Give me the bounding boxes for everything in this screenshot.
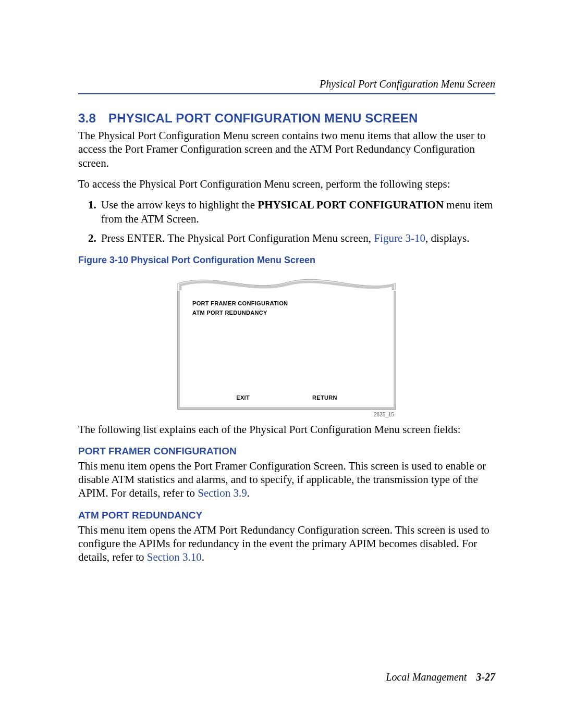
sub1-paragraph: This menu item opens the Port Framer Con…: [78, 459, 495, 500]
sub1-text-b: .: [247, 487, 250, 499]
page-footer: Local Management3-27: [386, 671, 495, 683]
terminal-exit-label: EXIT: [236, 394, 250, 401]
step-2-text-a: Press ENTER. The Physical Port Configura…: [101, 232, 374, 244]
section-3-9-link[interactable]: Section 3.9: [198, 487, 247, 499]
intro-paragraph-2: To access the Physical Port Configuratio…: [78, 177, 495, 191]
footer-page-number: 3-27: [476, 671, 495, 683]
terminal-screen: PORT FRAMER CONFIGURATION ATM PORT REDUN…: [177, 291, 396, 410]
section-3-10-link[interactable]: Section 3.10: [147, 551, 202, 563]
terminal-body: PORT FRAMER CONFIGURATION ATM PORT REDUN…: [178, 291, 396, 316]
figure-ref-link[interactable]: Figure 3-10: [374, 232, 425, 244]
sub2-text-a: This menu item opens the ATM Port Redund…: [78, 524, 489, 564]
terminal-top-curve: [177, 274, 396, 291]
footer-doc-title: Local Management: [386, 671, 467, 683]
step-2: Press ENTER. The Physical Port Configura…: [99, 231, 495, 245]
after-figure-paragraph: The following list explains each of the …: [78, 423, 495, 436]
sub2-text-b: .: [202, 551, 204, 563]
step-1-bold: PHYSICAL PORT CONFIGURATION: [258, 199, 444, 211]
terminal-return-label: RETURN: [312, 394, 337, 401]
sub2-paragraph: This menu item opens the ATM Port Redund…: [78, 523, 495, 564]
running-header: Physical Port Configuration Menu Screen: [78, 78, 495, 90]
step-2-text-b: , displays.: [425, 232, 470, 244]
figure-caption: Figure 3-10 Physical Port Configuration …: [78, 255, 495, 266]
menu-item-atm-redundancy: ATM PORT REDUNDANCY: [192, 310, 381, 316]
sub-heading-atm-redundancy: ATM PORT REDUNDANCY: [78, 510, 495, 521]
terminal-footer: EXIT RETURN: [178, 394, 396, 401]
section-number: 3.8: [78, 111, 96, 126]
sub1-text-a: This menu item opens the Port Framer Con…: [78, 460, 486, 500]
sub-heading-port-framer: PORT FRAMER CONFIGURATION: [78, 446, 495, 457]
section-heading: 3.8PHYSICAL PORT CONFIGURATION MENU SCRE…: [78, 111, 495, 126]
step-1: Use the arrow keys to highlight the PHYS…: [99, 198, 495, 226]
steps-list: Use the arrow keys to highlight the PHYS…: [78, 198, 495, 245]
intro-paragraph-1: The Physical Port Configuration Menu scr…: [78, 129, 495, 170]
page: Physical Port Configuration Menu Screen …: [0, 0, 563, 728]
step-1-text-a: Use the arrow keys to highlight the: [101, 199, 258, 211]
section-title: PHYSICAL PORT CONFIGURATION MENU SCREEN: [108, 111, 418, 125]
menu-item-port-framer: PORT FRAMER CONFIGURATION: [192, 300, 381, 306]
header-rule: [78, 93, 495, 94]
figure-wrap: PORT FRAMER CONFIGURATION ATM PORT REDUN…: [177, 274, 396, 417]
figure-tag: 2825_15: [177, 412, 396, 417]
